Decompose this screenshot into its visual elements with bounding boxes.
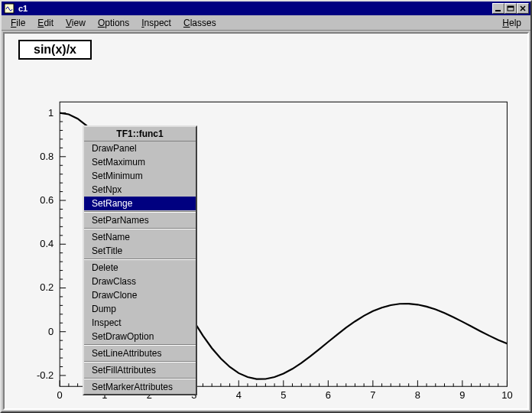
svg-rect-1: [495, 10, 501, 11]
svg-text:0.4: 0.4: [40, 238, 54, 249]
svg-text:6: 6: [326, 389, 331, 401]
app-icon: [3, 2, 15, 15]
context-menu-item-setmaximum[interactable]: SetMaximum: [84, 155, 196, 169]
svg-text:0.2: 0.2: [40, 281, 54, 293]
canvas-frame: sin(x)/x 012345678910-0.200.20.40.60.81 …: [3, 32, 529, 410]
svg-text:0.8: 0.8: [40, 151, 54, 162]
svg-text:0: 0: [48, 326, 54, 337]
context-menu: TF1::func1DrawPanelSetMaximumSetMinimumS…: [83, 125, 197, 395]
svg-text:1: 1: [48, 107, 54, 119]
app-window: c1 File Edit View Options Inspect Classe…: [0, 0, 532, 413]
context-menu-item-delete[interactable]: Delete: [84, 261, 196, 275]
context-menu-item-setdrawoption[interactable]: SetDrawOption: [84, 330, 196, 343]
menu-classes[interactable]: Classes: [177, 16, 222, 30]
svg-text:0: 0: [57, 389, 63, 401]
context-menu-item-setfillattributes[interactable]: SetFillAttributes: [84, 363, 196, 377]
context-menu-title: TF1::func1: [84, 127, 196, 141]
context-menu-item-setnpx[interactable]: SetNpx: [84, 183, 196, 197]
canvas[interactable]: sin(x)/x 012345678910-0.200.20.40.60.81 …: [5, 34, 527, 408]
context-menu-item-drawclass[interactable]: DrawClass: [84, 275, 196, 288]
svg-text:-0.2: -0.2: [37, 369, 54, 381]
svg-text:10: 10: [501, 389, 512, 401]
svg-text:4: 4: [236, 389, 242, 401]
context-menu-item-settitle[interactable]: SetTitle: [84, 244, 196, 258]
maximize-button[interactable]: [504, 3, 517, 14]
menu-options[interactable]: Options: [92, 16, 135, 30]
titlebar[interactable]: c1: [2, 2, 530, 15]
menu-view[interactable]: View: [60, 16, 92, 30]
svg-text:9: 9: [459, 389, 465, 401]
context-menu-item-setrange[interactable]: SetRange: [84, 197, 196, 210]
context-menu-item-dump[interactable]: Dump: [84, 302, 196, 316]
menu-file[interactable]: File: [5, 16, 31, 30]
svg-text:7: 7: [370, 389, 375, 401]
menubar: File Edit View Options Inspect Classes H…: [2, 15, 530, 31]
svg-text:5: 5: [281, 389, 286, 401]
svg-rect-3: [508, 6, 514, 8]
window-title: c1: [18, 4, 492, 13]
svg-text:8: 8: [415, 389, 420, 401]
minimize-button[interactable]: [492, 3, 504, 14]
context-menu-item-setlineattributes[interactable]: SetLineAttributes: [84, 346, 196, 360]
context-menu-item-drawclone[interactable]: DrawClone: [84, 288, 196, 302]
context-menu-item-inspect[interactable]: Inspect: [84, 316, 196, 330]
menu-inspect[interactable]: Inspect: [135, 16, 177, 30]
context-menu-item-setmarkerattributes[interactable]: SetMarkerAttributes: [84, 380, 196, 394]
context-menu-item-setminimum[interactable]: SetMinimum: [84, 169, 196, 183]
close-button[interactable]: [517, 3, 529, 14]
context-menu-item-drawpanel[interactable]: DrawPanel: [84, 141, 196, 155]
menu-edit[interactable]: Edit: [31, 16, 60, 30]
context-menu-item-setparnames[interactable]: SetParNames: [84, 213, 196, 227]
context-menu-item-setname[interactable]: SetName: [84, 230, 196, 244]
menu-help[interactable]: Help: [496, 16, 527, 30]
svg-text:0.6: 0.6: [40, 194, 54, 206]
